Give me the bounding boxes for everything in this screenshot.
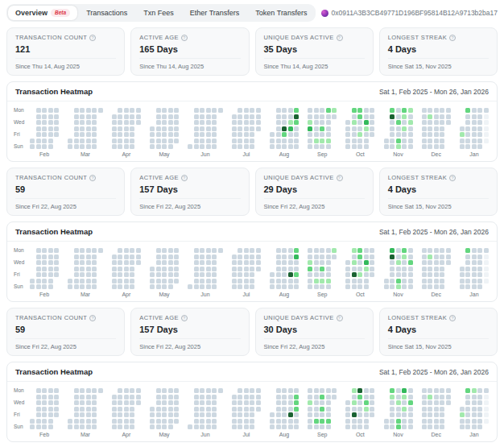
- heatmap-cell[interactable]: [472, 284, 477, 289]
- heatmap-cell[interactable]: [212, 144, 217, 149]
- heatmap-cell[interactable]: [168, 248, 173, 253]
- heatmap-cell[interactable]: [162, 120, 167, 125]
- heatmap-cell[interactable]: [308, 114, 312, 119]
- heatmap-cell[interactable]: [408, 272, 413, 277]
- heatmap-cell[interactable]: [188, 144, 192, 149]
- heatmap-cell[interactable]: [294, 395, 299, 399]
- heatmap-cell[interactable]: [396, 126, 401, 131]
- heatmap-cell[interactable]: [390, 139, 395, 143]
- heatmap-cell[interactable]: [370, 255, 374, 259]
- heatmap-cell[interactable]: [48, 144, 53, 149]
- heatmap-cell[interactable]: [250, 279, 254, 284]
- heatmap-cell[interactable]: [364, 284, 369, 289]
- heatmap-cell[interactable]: [434, 267, 439, 271]
- heatmap-cell[interactable]: [244, 267, 249, 271]
- heatmap-cell[interactable]: [357, 272, 362, 277]
- heatmap-cell[interactable]: [130, 272, 134, 277]
- heatmap-cell[interactable]: [288, 272, 293, 277]
- heatmap-cell[interactable]: [326, 260, 331, 265]
- heatmap-cell[interactable]: [42, 400, 47, 405]
- heatmap-cell[interactable]: [168, 126, 173, 131]
- heatmap-cell[interactable]: [408, 388, 413, 393]
- heatmap-cell[interactable]: [206, 132, 211, 137]
- heatmap-cell[interactable]: [238, 139, 242, 143]
- heatmap-cell[interactable]: [150, 132, 155, 137]
- heatmap-cell[interactable]: [288, 139, 293, 143]
- heatmap-cell[interactable]: [194, 255, 199, 259]
- heatmap-cell[interactable]: [465, 279, 470, 284]
- heatmap-cell[interactable]: [434, 260, 439, 265]
- heatmap-cell[interactable]: [206, 412, 211, 417]
- heatmap-cell[interactable]: [30, 419, 35, 424]
- heatmap-cell[interactable]: [472, 388, 477, 393]
- heatmap-cell[interactable]: [320, 255, 324, 259]
- heatmap-cell[interactable]: [194, 400, 199, 405]
- heatmap-cell[interactable]: [80, 108, 85, 113]
- heatmap-cell[interactable]: [112, 132, 117, 137]
- heatmap-cell[interactable]: [124, 407, 129, 412]
- heatmap-cell[interactable]: [238, 108, 242, 113]
- heatmap-cell[interactable]: [244, 248, 249, 253]
- heatmap-cell[interactable]: [30, 139, 35, 143]
- heatmap-cell[interactable]: [390, 260, 395, 265]
- heatmap-cell[interactable]: [460, 407, 465, 412]
- heatmap-cell[interactable]: [42, 407, 47, 412]
- heatmap-cell[interactable]: [130, 255, 134, 259]
- heatmap-cell[interactable]: [345, 400, 350, 405]
- heatmap-cell[interactable]: [124, 419, 129, 424]
- heatmap-cell[interactable]: [174, 260, 179, 265]
- heatmap-cell[interactable]: [422, 144, 427, 149]
- heatmap-cell[interactable]: [174, 120, 179, 125]
- heatmap-cell[interactable]: [326, 144, 331, 149]
- heatmap-cell[interactable]: [270, 272, 275, 277]
- heatmap-cell[interactable]: [402, 424, 407, 429]
- heatmap-cell[interactable]: [396, 284, 401, 289]
- heatmap-cell[interactable]: [465, 412, 470, 417]
- heatmap-cell[interactable]: [288, 400, 293, 405]
- heatmap-cell[interactable]: [168, 108, 173, 113]
- heatmap-cell[interactable]: [86, 395, 91, 399]
- heatmap-cell[interactable]: [352, 395, 357, 399]
- heatmap-cell[interactable]: [206, 126, 211, 131]
- heatmap-cell[interactable]: [42, 388, 47, 393]
- heatmap-cell[interactable]: [396, 424, 401, 429]
- heatmap-cell[interactable]: [320, 388, 324, 393]
- heatmap-cell[interactable]: [465, 419, 470, 424]
- heatmap-cell[interactable]: [212, 388, 217, 393]
- heatmap-cell[interactable]: [206, 400, 211, 405]
- heatmap-cell[interactable]: [86, 272, 91, 277]
- heatmap-cell[interactable]: [294, 407, 299, 412]
- heatmap-cell[interactable]: [80, 260, 85, 265]
- heatmap-cell[interactable]: [477, 248, 482, 253]
- heatmap-cell[interactable]: [434, 132, 439, 137]
- heatmap-cell[interactable]: [80, 424, 85, 429]
- heatmap-cell[interactable]: [422, 424, 427, 429]
- heatmap-cell[interactable]: [320, 284, 324, 289]
- heatmap-cell[interactable]: [288, 126, 293, 131]
- heatmap-cell[interactable]: [244, 255, 249, 259]
- heatmap-cell[interactable]: [422, 407, 427, 412]
- heatmap-cell[interactable]: [174, 114, 179, 119]
- heatmap-cell[interactable]: [396, 260, 401, 265]
- heatmap-cell[interactable]: [390, 126, 395, 131]
- heatmap-cell[interactable]: [396, 114, 401, 119]
- heatmap-cell[interactable]: [74, 144, 79, 149]
- heatmap-cell[interactable]: [370, 260, 374, 265]
- heatmap-cell[interactable]: [92, 424, 97, 429]
- heatmap-cell[interactable]: [402, 108, 407, 113]
- heatmap-cell[interactable]: [270, 284, 275, 289]
- heatmap-cell[interactable]: [156, 139, 161, 143]
- heatmap-cell[interactable]: [326, 424, 331, 429]
- heatmap-cell[interactable]: [212, 108, 217, 113]
- heatmap-cell[interactable]: [288, 120, 293, 125]
- heatmap-cell[interactable]: [282, 272, 287, 277]
- heatmap-cell[interactable]: [92, 144, 97, 149]
- heatmap-cell[interactable]: [440, 260, 444, 265]
- heatmap-cell[interactable]: [112, 424, 117, 429]
- heatmap-cell[interactable]: [42, 419, 47, 424]
- heatmap-cell[interactable]: [200, 400, 204, 405]
- heatmap-cell[interactable]: [288, 108, 293, 113]
- heatmap-cell[interactable]: [396, 267, 401, 271]
- heatmap-cell[interactable]: [294, 248, 299, 253]
- heatmap-cell[interactable]: [124, 132, 129, 137]
